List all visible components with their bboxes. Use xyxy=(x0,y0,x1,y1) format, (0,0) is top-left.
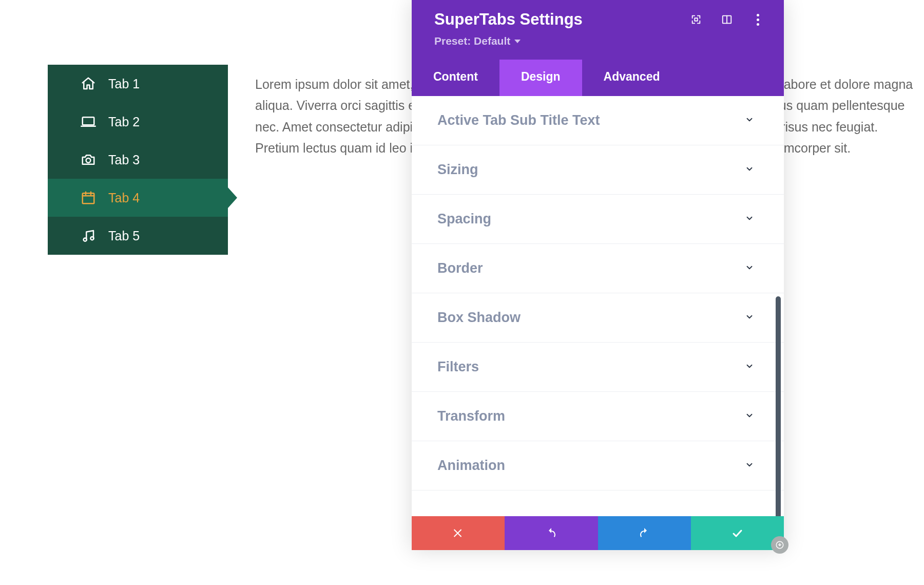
home-icon xyxy=(81,76,96,91)
svg-point-4 xyxy=(90,237,93,240)
more-menu-icon[interactable] xyxy=(752,14,763,26)
chevron-down-icon xyxy=(745,411,754,422)
chevron-down-icon xyxy=(514,40,521,43)
modal-title: SuperTabs Settings xyxy=(434,10,583,29)
modal-footer xyxy=(412,516,784,550)
chevron-down-icon xyxy=(745,164,754,176)
chevron-down-icon xyxy=(745,263,754,274)
chevron-down-icon xyxy=(745,214,754,225)
svg-point-3 xyxy=(84,238,87,241)
modal-header[interactable]: SuperTabs Settings Preset: Default xyxy=(412,0,784,60)
panel-animation[interactable]: Animation xyxy=(412,441,784,490)
panel-spacing[interactable]: Spacing xyxy=(412,195,784,244)
redo-button[interactable] xyxy=(598,516,691,550)
panel-sizing[interactable]: Sizing xyxy=(412,145,784,195)
svg-rect-5 xyxy=(695,18,698,21)
chevron-down-icon xyxy=(745,312,754,324)
tab-2-label: Tab 2 xyxy=(108,115,228,129)
modal-tabs: Content Design Advanced xyxy=(412,60,784,96)
tab-5[interactable]: Tab 5 xyxy=(48,217,228,255)
panel-active-tab-sub-title[interactable]: Active Tab Sub Title Text xyxy=(412,96,784,145)
tab-1[interactable]: Tab 1 xyxy=(48,65,228,103)
expand-icon[interactable] xyxy=(690,14,702,25)
svg-rect-2 xyxy=(83,193,94,203)
preset-label: Preset: Default xyxy=(434,35,510,47)
tab-3-label: Tab 3 xyxy=(108,153,228,167)
chevron-down-icon xyxy=(745,115,754,126)
chevron-down-icon xyxy=(745,362,754,373)
cancel-button[interactable] xyxy=(412,516,505,550)
music-icon xyxy=(81,228,96,243)
modal-tab-content[interactable]: Content xyxy=(412,60,499,96)
modal-tab-design[interactable]: Design xyxy=(499,60,582,96)
tab-4-label: Tab 4 xyxy=(108,191,228,205)
tab-3[interactable]: Tab 3 xyxy=(48,141,228,179)
modal-header-actions xyxy=(690,14,763,26)
undo-button[interactable] xyxy=(505,516,598,550)
svg-point-1 xyxy=(86,158,91,163)
modal-tab-advanced[interactable]: Advanced xyxy=(582,60,682,96)
vertical-tabs: Tab 1 Tab 2 Tab 3 Tab 4 Tab 5 xyxy=(48,65,228,255)
tab-5-label: Tab 5 xyxy=(108,229,228,243)
scrollbar[interactable] xyxy=(776,296,781,516)
tab-2[interactable]: Tab 2 xyxy=(48,103,228,141)
panel-transform[interactable]: Transform xyxy=(412,392,784,441)
camera-icon xyxy=(81,152,96,167)
panel-box-shadow[interactable]: Box Shadow xyxy=(412,293,784,343)
settings-modal: SuperTabs Settings Preset: Default Conte… xyxy=(412,0,784,550)
chevron-down-icon xyxy=(745,460,754,471)
calendar-icon xyxy=(81,190,96,205)
svg-rect-0 xyxy=(83,117,94,125)
save-button[interactable] xyxy=(691,516,784,550)
columns-icon[interactable] xyxy=(721,14,733,25)
tab-1-label: Tab 1 xyxy=(108,77,228,91)
panel-filters[interactable]: Filters xyxy=(412,343,784,392)
settings-panel-list[interactable]: Active Tab Sub Title Text Sizing Spacing… xyxy=(412,96,784,516)
help-fab[interactable] xyxy=(771,536,788,554)
tab-4[interactable]: Tab 4 xyxy=(48,179,228,217)
panel-border[interactable]: Border xyxy=(412,244,784,293)
preset-dropdown[interactable]: Preset: Default xyxy=(434,35,763,47)
laptop-icon xyxy=(81,114,96,129)
